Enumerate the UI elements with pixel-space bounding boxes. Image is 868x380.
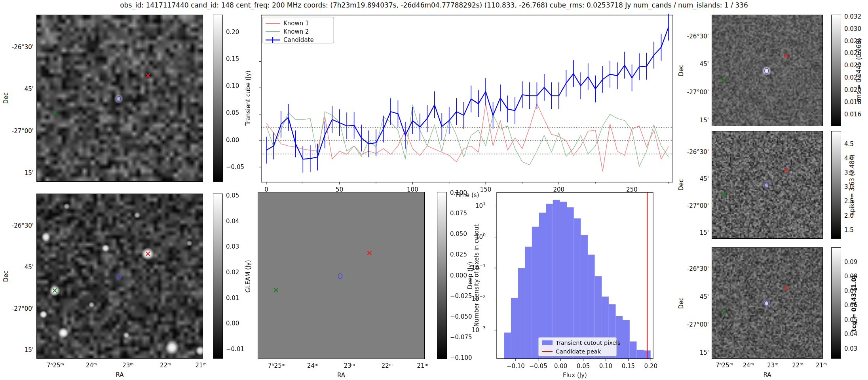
axis-tick [257,246,258,246]
axis-tick [822,106,824,107]
axis-tick [183,358,184,359]
axis-tick [147,358,147,359]
dec-tick-label: -26°30' [0,222,34,229]
ra-tick-label: 24ᵐ [743,362,754,369]
axis-tick [822,193,824,193]
lc-xaxis-label: Time (s) [455,192,479,199]
ra-tick-label: 7ʰ25ᵐ [47,362,64,369]
axis-tick [203,152,204,153]
axis-tick [822,255,824,256]
dec-tick-label: -27°00' [674,202,709,209]
axis-tick [821,129,822,131]
dec-tick-label: 45' [0,86,34,93]
colorbar-tick-label: 0.02 [226,269,239,276]
axis-tick [203,131,205,132]
histogram-bar [518,268,525,359]
axis-tick [203,247,204,247]
axis-tick [712,126,713,127]
legend-label: Known 2 [283,28,309,35]
axis-tick [201,181,201,183]
axis-tick [223,324,225,324]
axis-tick [773,246,773,248]
axis-tick [295,359,295,360]
legend-label: Candidate [283,36,314,44]
axis-tick [712,238,713,239]
axis-tick [773,238,773,240]
axis-tick [821,246,822,248]
colorbar-tick-label: 0.030 [844,25,861,32]
axis-tick [91,192,92,194]
rms-colorbar [832,15,841,126]
axis-tick [405,359,405,360]
axis-tick [447,296,449,297]
axis-tick [711,283,712,284]
dec-axis-label: Dec [678,65,685,76]
axis-tick [841,277,843,277]
axis-tick [256,267,258,267]
transient-colorbar [213,15,222,181]
axis-tick [165,192,166,194]
ra-tick-label: 21ᵐ [816,362,827,369]
axis-tick [773,126,773,128]
axis-tick [841,144,843,145]
colorbar-tick-label: 0.03 [226,243,239,250]
axis-tick [841,187,843,188]
rms-map-panel [712,15,822,126]
axis-tick [203,89,205,90]
axis-tick [223,32,225,33]
hist-xtick-label: 0.05 [577,363,590,370]
axis-tick [785,358,786,359]
gleam-colorbar-label: GLEAM (Jy) [245,260,252,292]
deep-image-panel [258,192,424,359]
hist-xtick-label: 0.20 [644,363,657,370]
axis-tick [35,309,37,310]
colorbar-tick-label: 0.075 [450,210,467,217]
dec-tick-label: -27°00' [0,305,34,312]
axis-tick [822,79,824,79]
axis-tick [785,130,786,131]
axis-tick [711,23,712,23]
axis-tick [737,247,737,248]
axis-tick [841,115,843,115]
axis-tick [223,273,225,273]
axis-tick [821,126,822,128]
axis-tick [761,14,761,15]
colorbar-tick-label: 0.04 [844,331,857,338]
colorbar-tick-label: 0.00 [226,320,239,327]
colorbar-tick-label: −0.050 [450,313,472,320]
axis-tick [785,14,786,15]
colorbar-tick-label: 0.15 [226,55,239,63]
ra-tick-label: 21ᵐ [417,362,428,369]
axis-tick [447,358,449,359]
axis-tick [737,126,737,127]
axis-tick [73,181,74,182]
axis-tick [737,130,737,131]
axis-tick [257,288,258,288]
axis-tick [147,14,147,15]
axis-tick [36,205,37,205]
dec-tick-label: 45' [0,264,34,271]
axis-tick [710,37,712,37]
gleam-cutout-panel [37,194,203,358]
hist-xtick-label: 0.00 [554,363,567,370]
axis-tick [710,325,712,325]
axis-tick [712,247,713,248]
axis-tick [711,193,712,193]
colorbar-tick-label: 0.050 [450,230,467,238]
axis-tick [822,220,824,220]
axis-tick [223,222,225,222]
axis-tick [809,238,810,239]
hist-xtick-label: 0.10 [599,363,612,370]
axis-tick [710,93,712,93]
axis-tick [710,269,712,270]
axis-tick [822,51,824,51]
axis-tick [809,247,810,248]
colorbar-tick-label: 0.032 [844,13,861,20]
axis-tick [128,358,128,360]
transient-colorbar-label: Transient cube (Jy) [245,70,252,125]
axis-tick [711,106,712,107]
axis-tick [37,14,38,15]
axis-tick [712,130,713,131]
axis-tick [841,42,843,42]
axis-tick [91,13,92,15]
